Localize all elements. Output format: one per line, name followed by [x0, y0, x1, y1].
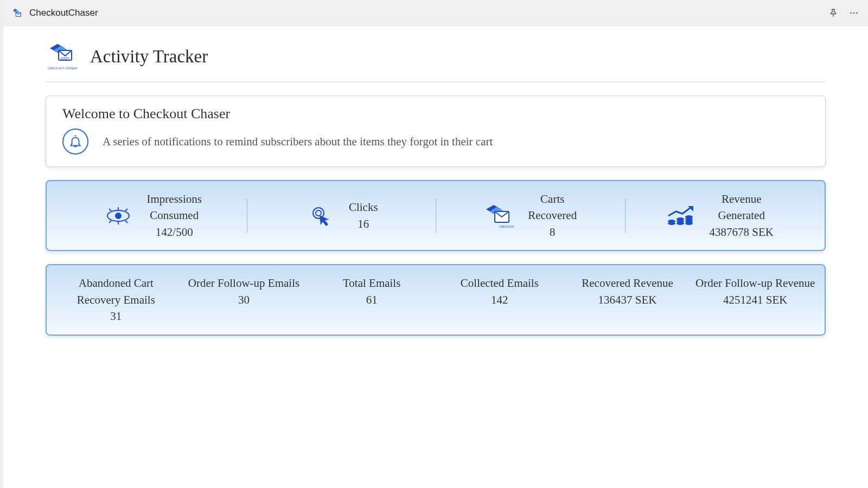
- cart-recovery-icon: CHECKOUT CHASER: [483, 203, 515, 229]
- email-stat-total: Total Emails 61: [308, 275, 436, 324]
- metric-label: Clicks: [349, 199, 378, 215]
- app-title: CheckoutChaser: [29, 8, 98, 18]
- stat-label: Collected Emails: [439, 275, 560, 291]
- metric-label: Consumed: [147, 207, 202, 223]
- stat-label: Recovered Revenue: [567, 275, 688, 291]
- welcome-title: Welcome to Checkout Chaser: [62, 106, 809, 122]
- page-header: CHECKOUT CHASER Activity Tracker: [46, 41, 826, 82]
- metric-label: Recovered: [528, 207, 577, 223]
- click-icon: [304, 203, 336, 229]
- more-icon[interactable]: [847, 7, 860, 20]
- svg-point-22: [676, 217, 684, 221]
- metric-label: Revenue: [710, 191, 774, 207]
- svg-point-26: [685, 215, 693, 219]
- metric-label: Impressions: [147, 191, 202, 207]
- metric-value: 4387678 SEK: [710, 224, 774, 240]
- email-stat-followup: Order Follow-up Emails 30: [180, 275, 308, 324]
- email-stat-fu-revenue: Order Follow-up Revenue 4251241 SEK: [691, 275, 819, 324]
- metric-carts: CHECKOUT CHASER Carts Recovered 8: [436, 191, 625, 240]
- welcome-description: A series of notifications to remind subs…: [103, 135, 493, 149]
- svg-line-10: [109, 209, 111, 211]
- header-logo-caption: CHECKOUT CHASER: [48, 67, 78, 70]
- stat-value: 31: [55, 308, 177, 324]
- email-stat-collected: Collected Emails 142: [436, 275, 564, 324]
- stat-label: Total Emails: [311, 275, 432, 291]
- revenue-growth-icon: [665, 203, 697, 229]
- svg-text:CHECKOUT CHASER: CHECKOUT CHASER: [499, 225, 514, 228]
- stat-value: 4251241 SEK: [694, 292, 816, 308]
- app-logo-icon: [11, 7, 24, 20]
- stat-value: 136437 SEK: [567, 292, 688, 308]
- metric-revenue: Revenue Generated 4387678 SEK: [625, 191, 814, 240]
- metric-clicks: Clicks 16: [247, 191, 436, 240]
- svg-point-3: [853, 12, 855, 14]
- svg-point-7: [116, 213, 121, 219]
- stat-value: 30: [183, 292, 305, 308]
- stat-label: Order Follow-up Emails: [183, 275, 305, 291]
- stat-value: 142: [439, 292, 560, 308]
- metric-value: 8: [528, 224, 577, 240]
- svg-point-4: [856, 12, 858, 14]
- svg-point-19: [668, 220, 675, 223]
- svg-point-2: [850, 12, 852, 14]
- metric-label: Carts: [528, 191, 577, 207]
- metric-label: Generated: [710, 207, 774, 223]
- welcome-card: Welcome to Checkout Chaser A series of n…: [46, 95, 826, 167]
- stat-label: Order Follow-up Revenue: [694, 275, 816, 291]
- metric-value: 16: [349, 216, 378, 232]
- svg-line-11: [125, 209, 127, 211]
- stat-label: Abandoned Cart Recovery Emails: [55, 275, 177, 308]
- metric-value: 142/500: [147, 224, 202, 240]
- header-logo-icon: CHECKOUT CHASER: [46, 41, 79, 72]
- svg-line-13: [125, 221, 127, 223]
- page-title: Activity Tracker: [90, 47, 208, 67]
- metric-impressions: Impressions Consumed 142/500: [58, 191, 247, 240]
- svg-point-15: [316, 210, 321, 216]
- metrics-panel: Impressions Consumed 142/500 Cl: [46, 180, 826, 251]
- email-stats-panel: Abandoned Cart Recovery Emails 31 Order …: [46, 264, 826, 335]
- bell-icon: [62, 129, 88, 155]
- titlebar: CheckoutChaser: [3, 0, 868, 26]
- eye-icon: [103, 203, 134, 229]
- svg-line-12: [109, 221, 111, 223]
- pin-icon[interactable]: [827, 7, 840, 20]
- email-stat-abandoned: Abandoned Cart Recovery Emails 31: [52, 275, 180, 324]
- content-area: CHECKOUT CHASER Activity Tracker Welcome…: [3, 26, 868, 488]
- stat-value: 61: [311, 292, 432, 308]
- email-stat-recovered: Recovered Revenue 136437 SEK: [564, 275, 692, 324]
